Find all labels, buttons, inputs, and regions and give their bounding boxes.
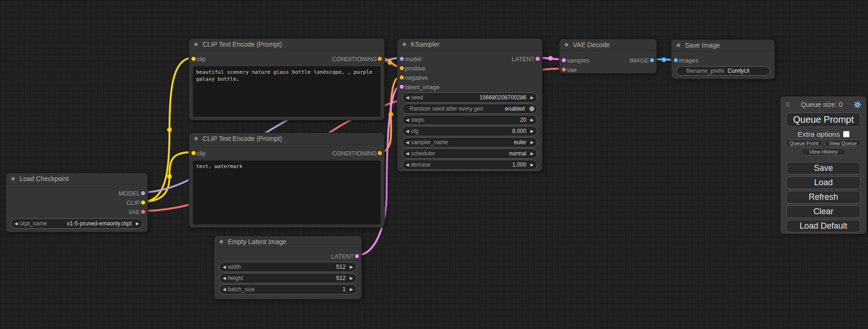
input-label-clip: clip — [197, 150, 206, 157]
negative-input-slot[interactable] — [399, 75, 404, 80]
queue-prompt-button[interactable]: Queue Prompt — [786, 112, 861, 127]
collapse-dot-icon[interactable] — [564, 42, 569, 47]
view-queue-button[interactable]: View Queue — [825, 140, 861, 147]
collapse-dot-icon[interactable] — [194, 42, 198, 47]
model-input-slot[interactable] — [399, 56, 404, 62]
extra-options-checkbox[interactable] — [843, 131, 849, 137]
left-arrow-icon[interactable]: ◀ — [406, 152, 409, 156]
right-arrow-icon[interactable]: ▶ — [530, 163, 534, 167]
input-label-samples: samples — [567, 57, 589, 64]
node-title-bar[interactable]: VAE Decode — [559, 39, 656, 51]
left-arrow-icon[interactable]: ◀ — [223, 287, 226, 292]
node-title-bar[interactable]: CLIP Text Encode (Prompt) — [189, 39, 384, 50]
left-arrow-icon[interactable]: ◀ — [406, 163, 409, 167]
cfg-widget[interactable]: ◀ cfg 8.000 ▶ — [402, 126, 537, 136]
model-output-slot[interactable] — [141, 191, 146, 196]
load-default-button[interactable]: Load Default — [786, 220, 861, 232]
save-button[interactable]: Save — [786, 162, 861, 175]
clip-input-slot[interactable] — [191, 151, 196, 156]
output-row-clip: CLIP — [6, 198, 148, 207]
positive-input-slot[interactable] — [399, 66, 404, 71]
left-arrow-icon[interactable]: ◀ — [14, 222, 18, 226]
left-arrow-icon[interactable]: ◀ — [406, 140, 409, 145]
height-widget[interactable]: ◀ height 512 ▶ — [219, 273, 357, 283]
right-arrow-icon[interactable]: ▶ — [530, 140, 534, 145]
node-title-bar[interactable]: Save Image — [671, 40, 775, 51]
save-image-node[interactable]: Save Image images filename_prefix ComfyU… — [671, 39, 775, 79]
link-midpoint-dot[interactable] — [167, 127, 172, 132]
denoise-widget[interactable]: ◀ denoise 1.000 ▶ — [402, 160, 537, 170]
vae-decode-node[interactable]: VAE Decode samples IMAGE vae — [559, 39, 657, 74]
node-title-bar[interactable]: Load Checkpoint — [6, 173, 148, 185]
right-arrow-icon[interactable]: ▶ — [530, 118, 534, 122]
node-title-bar[interactable]: KSampler — [397, 39, 542, 50]
width-widget[interactable]: ◀ width 512 ▶ — [219, 262, 357, 272]
link-midpoint-dot[interactable] — [388, 60, 392, 65]
collapse-dot-icon[interactable] — [194, 136, 198, 141]
conditioning-output-slot[interactable] — [377, 56, 382, 62]
image-output-slot[interactable] — [649, 58, 655, 63]
toggle-enabled-icon[interactable] — [529, 106, 535, 112]
empty-latent-image-node[interactable]: Empty Latent Image LATENT ◀ width 512 ▶ … — [214, 236, 362, 300]
right-arrow-icon[interactable]: ▶ — [530, 152, 534, 156]
clip-output-slot[interactable] — [141, 200, 146, 205]
left-arrow-icon[interactable]: ◀ — [223, 276, 226, 280]
collapse-dot-icon[interactable] — [676, 43, 681, 48]
comfyui-canvas[interactable]: { "colors": { "wire_model": "#b39ddb", "… — [0, 0, 868, 329]
steps-widget[interactable]: ◀ steps 20 ▶ — [402, 115, 537, 125]
latent-output-slot[interactable] — [354, 254, 360, 259]
right-arrow-icon[interactable]: ▶ — [350, 265, 353, 269]
clear-button[interactable]: Clear — [786, 205, 861, 218]
sampler-name-widget[interactable]: ◀ sampler_name euler ▶ — [402, 137, 537, 147]
collapse-dot-icon[interactable] — [219, 239, 224, 244]
vae-input-slot[interactable] — [561, 67, 566, 72]
ckpt-name-widget[interactable]: ◀ ckpt_name v1-5-pruned-emaonly.ckpt ▶ — [11, 218, 143, 229]
settings-gear-icon[interactable] — [854, 101, 861, 109]
negative-prompt-textarea[interactable]: text, watermark — [193, 161, 381, 224]
queue-panel[interactable]: ⠿ Queue size: 0 Queue Prompt Extra optio… — [780, 96, 867, 234]
link-midpoint-dot[interactable] — [388, 112, 393, 117]
right-arrow-icon[interactable]: ▶ — [136, 222, 139, 226]
link-midpoint-dot[interactable] — [662, 57, 666, 62]
node-title: Save Image — [685, 42, 720, 49]
latent-image-input-slot[interactable] — [399, 84, 404, 90]
link-midpoint-dot[interactable] — [167, 174, 172, 179]
scheduler-widget[interactable]: ◀ scheduler normal ▶ — [402, 148, 537, 159]
view-history-button[interactable]: View History — [801, 148, 846, 155]
images-input-slot[interactable] — [673, 58, 678, 63]
link-midpoint-dot[interactable] — [548, 56, 553, 61]
left-arrow-icon[interactable]: ◀ — [406, 96, 409, 100]
queue-front-button[interactable]: Queue Front — [786, 140, 822, 147]
load-button[interactable]: Load — [786, 176, 861, 189]
vae-output-slot[interactable] — [141, 210, 146, 215]
clip-text-encode-negative-node[interactable]: CLIP Text Encode (Prompt) clip CONDITION… — [189, 133, 385, 228]
clip-input-slot[interactable] — [191, 56, 196, 62]
clip-text-encode-positive-node[interactable]: CLIP Text Encode (Prompt) clip CONDITION… — [189, 38, 385, 120]
left-arrow-icon[interactable]: ◀ — [406, 129, 409, 133]
left-arrow-icon[interactable]: ◀ — [406, 118, 409, 122]
output-label-conditioning: CONDITIONING — [332, 56, 377, 63]
refresh-button[interactable]: Refresh — [786, 191, 861, 203]
conditioning-output-slot[interactable] — [377, 151, 382, 156]
ksampler-node[interactable]: KSampler model LATENT positive negative … — [397, 38, 543, 172]
right-arrow-icon[interactable]: ▶ — [350, 276, 353, 280]
output-row-latent: LATENT — [214, 252, 361, 261]
right-arrow-icon[interactable]: ▶ — [350, 287, 353, 292]
random-seed-widget[interactable]: Random seed after every gen enabled — [402, 104, 537, 114]
collapse-dot-icon[interactable] — [11, 176, 15, 181]
seed-widget[interactable]: ◀ seed 156680208700286 ▶ — [402, 92, 537, 103]
drag-handle-icon[interactable]: ⠿ — [785, 102, 790, 108]
batch-size-widget[interactable]: ◀ batch_size 1 ▶ — [219, 284, 357, 294]
positive-prompt-textarea[interactable]: beautiful scenery nature glass bottle la… — [193, 66, 381, 117]
left-arrow-icon[interactable]: ◀ — [223, 265, 226, 269]
right-arrow-icon[interactable]: ▶ — [530, 96, 534, 100]
right-arrow-icon[interactable]: ▶ — [530, 129, 534, 133]
node-title: CLIP Text Encode (Prompt) — [203, 41, 282, 48]
node-title-bar[interactable]: CLIP Text Encode (Prompt) — [189, 133, 384, 145]
collapse-dot-icon[interactable] — [402, 42, 407, 47]
load-checkpoint-node[interactable]: Load Checkpoint MODEL CLIP VAE ◀ ckpt_na… — [6, 173, 148, 232]
filename-prefix-widget[interactable]: filename_prefix ComfyUI — [676, 66, 770, 76]
node-title-bar[interactable]: Empty Latent Image — [214, 236, 361, 248]
latent-output-slot[interactable] — [535, 56, 540, 62]
samples-input-slot[interactable] — [561, 58, 566, 63]
